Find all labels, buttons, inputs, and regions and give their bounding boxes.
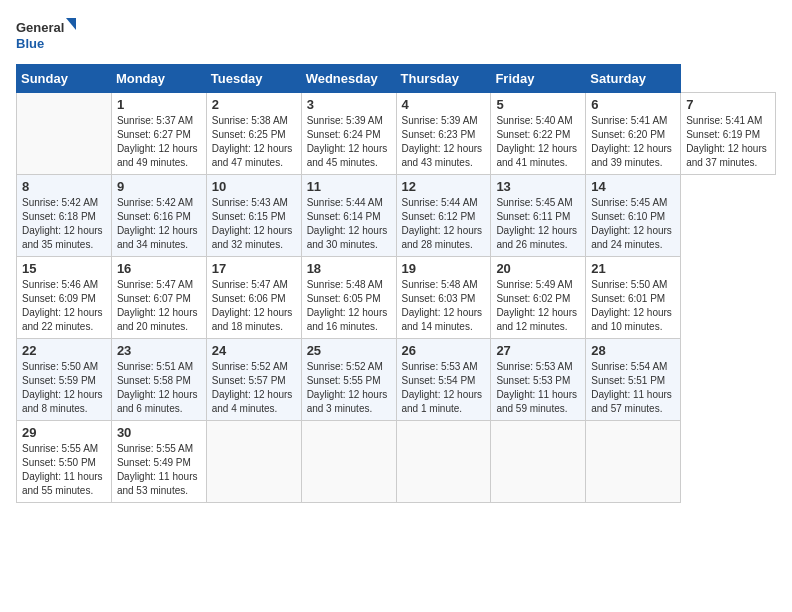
day-number: 22 — [22, 343, 106, 358]
calendar-cell: 6 Sunrise: 5:41 AMSunset: 6:20 PMDayligh… — [586, 93, 681, 175]
cell-details: Sunrise: 5:50 AMSunset: 6:01 PMDaylight:… — [591, 279, 672, 332]
cell-details: Sunrise: 5:48 AMSunset: 6:05 PMDaylight:… — [307, 279, 388, 332]
day-number: 9 — [117, 179, 201, 194]
calendar-cell: 16 Sunrise: 5:47 AMSunset: 6:07 PMDaylig… — [111, 257, 206, 339]
cell-details: Sunrise: 5:49 AMSunset: 6:02 PMDaylight:… — [496, 279, 577, 332]
cell-details: Sunrise: 5:51 AMSunset: 5:58 PMDaylight:… — [117, 361, 198, 414]
cell-details: Sunrise: 5:45 AMSunset: 6:11 PMDaylight:… — [496, 197, 577, 250]
cell-details: Sunrise: 5:46 AMSunset: 6:09 PMDaylight:… — [22, 279, 103, 332]
calendar-cell: 29 Sunrise: 5:55 AMSunset: 5:50 PMDaylig… — [17, 421, 112, 503]
day-number: 7 — [686, 97, 770, 112]
cell-details: Sunrise: 5:55 AMSunset: 5:50 PMDaylight:… — [22, 443, 103, 496]
cell-details: Sunrise: 5:42 AMSunset: 6:16 PMDaylight:… — [117, 197, 198, 250]
calendar-cell — [206, 421, 301, 503]
day-of-week-header: Sunday — [17, 65, 112, 93]
cell-details: Sunrise: 5:45 AMSunset: 6:10 PMDaylight:… — [591, 197, 672, 250]
calendar-cell: 4 Sunrise: 5:39 AMSunset: 6:23 PMDayligh… — [396, 93, 491, 175]
calendar-cell: 13 Sunrise: 5:45 AMSunset: 6:11 PMDaylig… — [491, 175, 586, 257]
day-of-week-header: Saturday — [586, 65, 681, 93]
calendar-week-row: 22 Sunrise: 5:50 AMSunset: 5:59 PMDaylig… — [17, 339, 776, 421]
day-of-week-header: Tuesday — [206, 65, 301, 93]
cell-details: Sunrise: 5:43 AMSunset: 6:15 PMDaylight:… — [212, 197, 293, 250]
cell-details: Sunrise: 5:39 AMSunset: 6:23 PMDaylight:… — [402, 115, 483, 168]
day-number: 15 — [22, 261, 106, 276]
day-number: 21 — [591, 261, 675, 276]
cell-details: Sunrise: 5:53 AMSunset: 5:54 PMDaylight:… — [402, 361, 483, 414]
calendar-week-row: 29 Sunrise: 5:55 AMSunset: 5:50 PMDaylig… — [17, 421, 776, 503]
day-number: 29 — [22, 425, 106, 440]
calendar-cell — [491, 421, 586, 503]
calendar-table: SundayMondayTuesdayWednesdayThursdayFrid… — [16, 64, 776, 503]
calendar-cell: 30 Sunrise: 5:55 AMSunset: 5:49 PMDaylig… — [111, 421, 206, 503]
day-of-week-header: Monday — [111, 65, 206, 93]
calendar-cell: 24 Sunrise: 5:52 AMSunset: 5:57 PMDaylig… — [206, 339, 301, 421]
day-number: 30 — [117, 425, 201, 440]
svg-text:General: General — [16, 20, 64, 35]
day-number: 17 — [212, 261, 296, 276]
calendar-cell: 22 Sunrise: 5:50 AMSunset: 5:59 PMDaylig… — [17, 339, 112, 421]
day-number: 12 — [402, 179, 486, 194]
day-number: 19 — [402, 261, 486, 276]
calendar-cell: 8 Sunrise: 5:42 AMSunset: 6:18 PMDayligh… — [17, 175, 112, 257]
calendar-cell — [396, 421, 491, 503]
day-number: 24 — [212, 343, 296, 358]
cell-details: Sunrise: 5:37 AMSunset: 6:27 PMDaylight:… — [117, 115, 198, 168]
cell-details: Sunrise: 5:42 AMSunset: 6:18 PMDaylight:… — [22, 197, 103, 250]
page-header: General Blue — [16, 16, 776, 52]
calendar-cell — [17, 93, 112, 175]
calendar-cell: 25 Sunrise: 5:52 AMSunset: 5:55 PMDaylig… — [301, 339, 396, 421]
calendar-cell: 23 Sunrise: 5:51 AMSunset: 5:58 PMDaylig… — [111, 339, 206, 421]
cell-details: Sunrise: 5:55 AMSunset: 5:49 PMDaylight:… — [117, 443, 198, 496]
calendar-cell: 5 Sunrise: 5:40 AMSunset: 6:22 PMDayligh… — [491, 93, 586, 175]
calendar-cell — [301, 421, 396, 503]
cell-details: Sunrise: 5:44 AMSunset: 6:12 PMDaylight:… — [402, 197, 483, 250]
calendar-cell: 26 Sunrise: 5:53 AMSunset: 5:54 PMDaylig… — [396, 339, 491, 421]
svg-text:Blue: Blue — [16, 36, 44, 51]
calendar-cell: 1 Sunrise: 5:37 AMSunset: 6:27 PMDayligh… — [111, 93, 206, 175]
cell-details: Sunrise: 5:47 AMSunset: 6:07 PMDaylight:… — [117, 279, 198, 332]
day-number: 28 — [591, 343, 675, 358]
logo-svg: General Blue — [16, 16, 76, 52]
cell-details: Sunrise: 5:38 AMSunset: 6:25 PMDaylight:… — [212, 115, 293, 168]
calendar-cell: 9 Sunrise: 5:42 AMSunset: 6:16 PMDayligh… — [111, 175, 206, 257]
day-number: 8 — [22, 179, 106, 194]
cell-details: Sunrise: 5:40 AMSunset: 6:22 PMDaylight:… — [496, 115, 577, 168]
cell-details: Sunrise: 5:39 AMSunset: 6:24 PMDaylight:… — [307, 115, 388, 168]
day-of-week-header: Friday — [491, 65, 586, 93]
day-number: 18 — [307, 261, 391, 276]
day-number: 3 — [307, 97, 391, 112]
day-number: 23 — [117, 343, 201, 358]
day-number: 11 — [307, 179, 391, 194]
calendar-cell: 14 Sunrise: 5:45 AMSunset: 6:10 PMDaylig… — [586, 175, 681, 257]
day-number: 26 — [402, 343, 486, 358]
calendar-cell: 2 Sunrise: 5:38 AMSunset: 6:25 PMDayligh… — [206, 93, 301, 175]
calendar-week-row: 8 Sunrise: 5:42 AMSunset: 6:18 PMDayligh… — [17, 175, 776, 257]
day-number: 27 — [496, 343, 580, 358]
calendar-week-row: 15 Sunrise: 5:46 AMSunset: 6:09 PMDaylig… — [17, 257, 776, 339]
day-of-week-header: Wednesday — [301, 65, 396, 93]
calendar-cell: 17 Sunrise: 5:47 AMSunset: 6:06 PMDaylig… — [206, 257, 301, 339]
day-of-week-header: Thursday — [396, 65, 491, 93]
day-number: 10 — [212, 179, 296, 194]
calendar-cell: 21 Sunrise: 5:50 AMSunset: 6:01 PMDaylig… — [586, 257, 681, 339]
day-number: 13 — [496, 179, 580, 194]
calendar-cell: 18 Sunrise: 5:48 AMSunset: 6:05 PMDaylig… — [301, 257, 396, 339]
cell-details: Sunrise: 5:48 AMSunset: 6:03 PMDaylight:… — [402, 279, 483, 332]
cell-details: Sunrise: 5:41 AMSunset: 6:20 PMDaylight:… — [591, 115, 672, 168]
cell-details: Sunrise: 5:47 AMSunset: 6:06 PMDaylight:… — [212, 279, 293, 332]
calendar-cell: 7 Sunrise: 5:41 AMSunset: 6:19 PMDayligh… — [681, 93, 776, 175]
day-number: 16 — [117, 261, 201, 276]
cell-details: Sunrise: 5:50 AMSunset: 5:59 PMDaylight:… — [22, 361, 103, 414]
logo: General Blue — [16, 16, 76, 52]
calendar-cell: 28 Sunrise: 5:54 AMSunset: 5:51 PMDaylig… — [586, 339, 681, 421]
day-number: 5 — [496, 97, 580, 112]
day-number: 1 — [117, 97, 201, 112]
cell-details: Sunrise: 5:52 AMSunset: 5:55 PMDaylight:… — [307, 361, 388, 414]
cell-details: Sunrise: 5:54 AMSunset: 5:51 PMDaylight:… — [591, 361, 672, 414]
svg-marker-2 — [66, 18, 76, 30]
calendar-cell: 19 Sunrise: 5:48 AMSunset: 6:03 PMDaylig… — [396, 257, 491, 339]
cell-details: Sunrise: 5:44 AMSunset: 6:14 PMDaylight:… — [307, 197, 388, 250]
cell-details: Sunrise: 5:53 AMSunset: 5:53 PMDaylight:… — [496, 361, 577, 414]
calendar-cell: 3 Sunrise: 5:39 AMSunset: 6:24 PMDayligh… — [301, 93, 396, 175]
day-number: 14 — [591, 179, 675, 194]
